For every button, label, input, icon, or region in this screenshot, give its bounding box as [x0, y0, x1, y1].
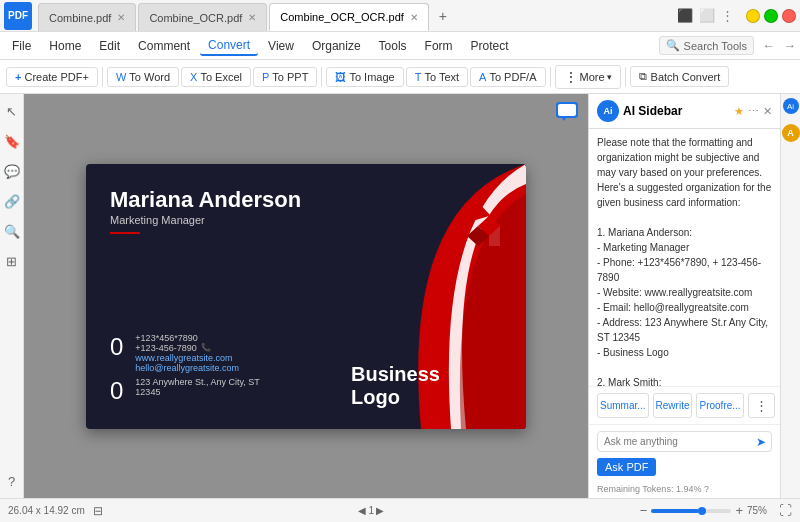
- window-controls: [746, 9, 796, 23]
- tab-combine-ocr-ocr-pdf[interactable]: Combine_OCR_OCR.pdf ✕: [269, 3, 429, 31]
- to-ppt-button[interactable]: P To PPT: [253, 67, 317, 87]
- tab-bar: Combine.pdf ✕ Combine_OCR.pdf ✕ Combine_…: [38, 0, 677, 31]
- to-pdfa-label: To PDF/A: [489, 71, 536, 83]
- sidebar-icon-layers[interactable]: ⊞: [3, 252, 21, 270]
- proofread-button[interactable]: Proofre...: [696, 393, 743, 418]
- card-flutter-logo: [451, 194, 506, 259]
- close-button[interactable]: [782, 9, 796, 23]
- toolbar: + Create PDF+ W To Word X To Excel P To …: [0, 60, 800, 94]
- prev-page-button[interactable]: ◀: [358, 505, 366, 516]
- ai-sidebar-header: Ai AI Sidebar ★ ⋯ ✕: [589, 94, 780, 129]
- sidebar-icon-link[interactable]: 🔗: [3, 192, 21, 210]
- ai-input-area: ➤ Ask PDF: [589, 424, 780, 482]
- card-email[interactable]: hello@reallygreatsite.com: [135, 363, 239, 373]
- back-button[interactable]: ←: [762, 38, 775, 53]
- card-addr-zero: 0: [110, 377, 123, 405]
- card-phone-zero: 0: [110, 333, 123, 361]
- to-text-button[interactable]: T To Text: [406, 67, 468, 87]
- zoom-in-button[interactable]: +: [735, 503, 743, 518]
- card-address-details: 123 Anywhere St., Any City, ST 12345: [135, 377, 259, 397]
- menu-bar: File Home Edit Comment Convert View Orga…: [0, 32, 800, 60]
- tab-close-1[interactable]: ✕: [248, 12, 256, 23]
- sidebar-icon-help[interactable]: ?: [3, 472, 21, 490]
- card-website[interactable]: www.reallygreatsite.com: [135, 353, 239, 363]
- tab-close-2[interactable]: ✕: [410, 12, 418, 23]
- ai-sidebar-title: AI Sidebar: [623, 104, 730, 118]
- menu-home[interactable]: Home: [41, 37, 89, 55]
- minimize-button[interactable]: [746, 9, 760, 23]
- batch-convert-label: Batch Convert: [651, 71, 721, 83]
- search-tools[interactable]: 🔍 Search Tools: [659, 36, 754, 55]
- to-excel-button[interactable]: X To Excel: [181, 67, 251, 87]
- window-icon-share[interactable]: ⬛: [677, 8, 693, 23]
- tab-close-0[interactable]: ✕: [117, 12, 125, 23]
- zoom-out-button[interactable]: −: [640, 503, 648, 518]
- text-icon: T: [415, 71, 422, 83]
- toolbar-divider-1: [102, 67, 103, 87]
- sidebar-icon-search[interactable]: 🔍: [3, 222, 21, 240]
- card-address-row: 0 123 Anywhere St., Any City, ST 12345: [110, 377, 321, 405]
- batch-icon: ⧉: [639, 70, 647, 83]
- svg-rect-1: [558, 104, 576, 116]
- excel-icon: X: [190, 71, 197, 83]
- right-panel-icon-ms[interactable]: A: [782, 124, 800, 142]
- tab-combine-pdf[interactable]: Combine.pdf ✕: [38, 3, 136, 31]
- right-panel: Ai A: [780, 94, 800, 498]
- next-page-button[interactable]: ▶: [376, 505, 384, 516]
- ai-tokens-display: Remaining Tokens: 1.94% ?: [589, 482, 780, 498]
- menu-file[interactable]: File: [4, 37, 39, 55]
- window-icon-settings[interactable]: ⋮: [721, 8, 734, 23]
- tab-combine-ocr-pdf[interactable]: Combine_OCR.pdf ✕: [138, 3, 267, 31]
- ai-action-more-button[interactable]: ⋮: [748, 393, 775, 418]
- card-phone-details: +123*456*7890 +123-456-7890 📞 www.really…: [135, 333, 239, 373]
- zoom-controls: − + 75%: [640, 503, 767, 518]
- more-button[interactable]: ⋮ More ▾: [555, 65, 621, 89]
- maximize-button[interactable]: [764, 9, 778, 23]
- card-right-section: BusinessLogo: [341, 164, 526, 429]
- menu-convert[interactable]: Convert: [200, 36, 258, 56]
- ai-ask-input[interactable]: [597, 431, 772, 452]
- more-label: More: [580, 71, 605, 83]
- ai-close-icon[interactable]: ✕: [763, 105, 772, 118]
- to-word-button[interactable]: W To Word: [107, 67, 179, 87]
- menu-protect[interactable]: Protect: [463, 37, 517, 55]
- to-ppt-label: To PPT: [272, 71, 308, 83]
- batch-convert-button[interactable]: ⧉ Batch Convert: [630, 66, 730, 87]
- tab-add-button[interactable]: +: [431, 8, 455, 24]
- window-icon-expand[interactable]: ⬜: [699, 8, 715, 23]
- ai-star-icon[interactable]: ★: [734, 105, 744, 118]
- ask-pdf-button[interactable]: Ask PDF: [597, 458, 656, 476]
- main-area: ↖ 🔖 💬 🔗 🔍 ⊞ ? Mariana Anderson Marketing…: [0, 94, 800, 498]
- svg-marker-2: [562, 118, 566, 121]
- ai-sidebar: Ai AI Sidebar ★ ⋯ ✕ Please note that the…: [588, 94, 780, 498]
- card-name: Mariana Anderson: [110, 188, 321, 212]
- right-panel-icon-ai[interactable]: Ai: [783, 98, 799, 114]
- ai-content-text: Please note that the formatting and orga…: [597, 135, 772, 386]
- rewrite-button[interactable]: Rewrite: [653, 393, 693, 418]
- word-icon: W: [116, 71, 126, 83]
- menu-edit[interactable]: Edit: [91, 37, 128, 55]
- menu-form[interactable]: Form: [417, 37, 461, 55]
- search-tools-label: Search Tools: [684, 40, 747, 52]
- sidebar-icon-cursor[interactable]: ↖: [3, 102, 21, 120]
- ai-send-icon[interactable]: ➤: [756, 435, 766, 449]
- card-phone-row: 0 +123*456*7890 +123-456-7890 📞 www.real…: [110, 333, 321, 373]
- sidebar-icon-bookmark[interactable]: 🔖: [3, 132, 21, 150]
- doc-chat-icon[interactable]: [556, 102, 580, 125]
- summarize-button[interactable]: Summar...: [597, 393, 649, 418]
- zoom-slider[interactable]: [651, 509, 731, 513]
- menu-comment[interactable]: Comment: [130, 37, 198, 55]
- forward-button[interactable]: →: [783, 38, 796, 53]
- fullscreen-button[interactable]: ⛶: [779, 503, 792, 518]
- create-pdf-button[interactable]: + Create PDF+: [6, 67, 98, 87]
- ai-more-icon[interactable]: ⋯: [748, 105, 759, 118]
- to-image-button[interactable]: 🖼 To Image: [326, 67, 403, 87]
- menu-organize[interactable]: Organize: [304, 37, 369, 55]
- sidebar-icon-comment[interactable]: 💬: [3, 162, 21, 180]
- to-pdfa-button[interactable]: A To PDF/A: [470, 67, 545, 87]
- toolbar-divider-2: [321, 67, 322, 87]
- menu-tools[interactable]: Tools: [371, 37, 415, 55]
- more-chevron: ▾: [607, 72, 612, 82]
- menu-view[interactable]: View: [260, 37, 302, 55]
- toolbar-divider-3: [550, 67, 551, 87]
